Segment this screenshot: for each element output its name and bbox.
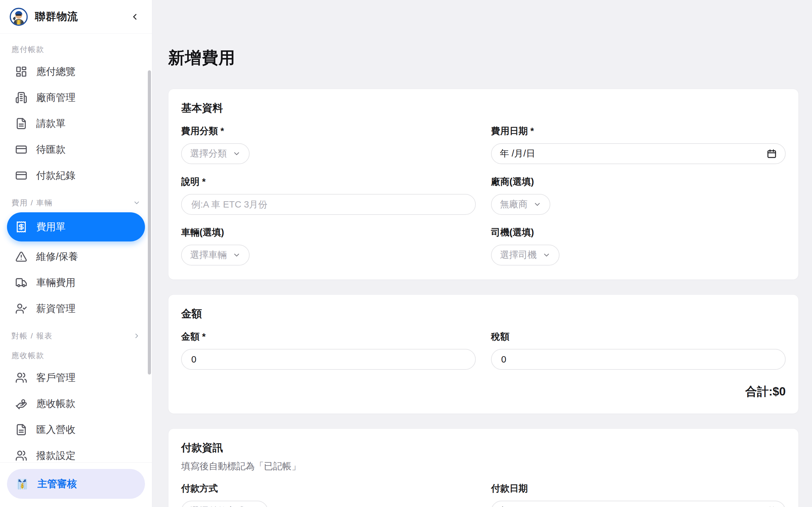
sidebar-item-expense-form[interactable]: 費用單 [7,212,145,241]
sidebar-collapse-button[interactable] [127,9,142,24]
sidebar-item-label: 廠商管理 [36,91,75,104]
expense-date-input[interactable]: 年 /月/日 [491,143,786,164]
calendar-icon[interactable] [767,149,777,159]
document-icon [15,118,27,130]
amount-card-title: 金額 [181,307,786,321]
sidebar-item-payroll[interactable]: 薪資管理 [7,296,145,321]
nav-section-payables: 應付帳款 [11,44,141,55]
sidebar-item-label: 車輛費用 [36,276,75,289]
chevron-down-icon [133,199,141,207]
section-label: 費用 / 車輛 [11,198,53,208]
sidebar-item-label: 匯入營收 [36,423,75,436]
expense-category-select[interactable]: 選擇分類 [181,143,250,164]
description-label: 說明 * [181,176,476,188]
users-icon [15,372,27,384]
sidebar-item-customer-management[interactable]: 客戶管理 [7,365,145,390]
date-placeholder: 年 /月/日 [500,505,535,507]
amount-label: 金額 * [181,331,476,343]
vehicle-label: 車輛(選填) [181,226,476,239]
field-description: 說明 * [181,176,476,215]
sidebar-footer: 主管審核 [0,462,152,507]
select-value: 選擇付款方式 [190,505,245,507]
sidebar-item-label: 付款紀錄 [36,169,75,182]
vendor-label: 廠商(選填) [491,176,786,188]
payment-date-label: 付款日期 [491,482,786,495]
chevron-down-icon [233,150,241,158]
sidebar-item-label: 客戶管理 [36,371,75,384]
chevron-right-icon [133,332,141,340]
chevron-left-icon [130,12,140,21]
sidebar-item-payables-overview[interactable]: 應付總覽 [7,59,145,84]
sidebar-item-invoice-request[interactable]: 請款單 [7,111,145,136]
tax-label: 稅額 [491,331,786,343]
vendor-select[interactable]: 無廠商 [491,194,550,215]
basic-info-title: 基本資料 [181,101,786,115]
nav-section-receivables: 應收帳款 [11,350,141,360]
shirt-tie-icon [15,477,29,491]
sidebar-item-receivables[interactable]: 應收帳款 [7,391,145,416]
sidebar-item-disbursement-settings[interactable]: 撥款設定 [7,443,145,462]
section-label: 應收帳款 [11,350,44,360]
payment-method-select[interactable]: 選擇付款方式 [181,501,268,507]
sidebar-nav: 應付帳款 應付總覽 廠商管理 請款單 待匯款 付款紀錄 費用 / 車輛 [0,34,152,462]
hand-coins-icon [15,398,27,410]
sidebar-item-label: 維修/保養 [36,250,78,263]
sidebar-item-label: 撥款設定 [36,449,75,462]
tax-input[interactable] [491,349,786,370]
sidebar-scrollbar[interactable] [148,70,151,375]
payment-info-subtitle: 填寫後自動標記為「已記帳」 [181,460,786,473]
driver-label: 司機(選填) [491,226,786,239]
select-value: 選擇車輛 [190,249,227,262]
truck-icon [15,277,27,289]
description-input[interactable] [181,194,476,215]
field-amount: 金額 * [181,331,476,370]
amount-input[interactable] [181,349,476,370]
expense-category-label: 費用分類 * [181,125,476,137]
vehicle-select[interactable]: 選擇車輛 [181,245,250,266]
amount-card: 金額 金額 * 稅額 合計:$0 [168,294,799,414]
date-placeholder: 年 /月/日 [500,147,535,160]
main-content: 新增費用 基本資料 費用分類 * 選擇分類 費用日期 * 年 /月/日 說明 * [152,0,812,507]
field-payment-method: 付款方式 選擇付款方式 [181,482,476,507]
field-expense-date: 費用日期 * 年 /月/日 [491,125,786,164]
brand-avatar [9,8,28,26]
expense-date-label: 費用日期 * [491,125,786,137]
section-label: 對帳 / 報表 [11,331,53,341]
sidebar-item-maintenance[interactable]: 維修/保養 [7,244,145,269]
nav-section-expenses-vehicles[interactable]: 費用 / 車輛 [11,198,141,208]
sidebar-item-pending-remittance[interactable]: 待匯款 [7,137,145,162]
dashboard-icon [15,66,27,78]
field-payment-date: 付款日期 年 /月/日 [491,482,786,507]
field-vehicle: 車輛(選填) 選擇車輛 [181,226,476,266]
sidebar-item-label: 應收帳款 [36,397,75,410]
nav-section-reconciliation-reports[interactable]: 對帳 / 報表 [11,331,141,341]
payment-info-card: 付款資訊 填寫後自動標記為「已記帳」 付款方式 選擇付款方式 付款日期 年 /月… [168,429,799,507]
sidebar-item-label: 薪資管理 [36,302,75,315]
sidebar-item-vehicle-expenses[interactable]: 車輛費用 [7,270,145,295]
sidebar-item-manager-review[interactable]: 主管審核 [7,469,145,499]
chevron-down-icon [533,200,542,209]
field-driver: 司機(選填) 選擇司機 [491,226,786,266]
chevron-down-icon [542,251,551,259]
user-check-icon [15,302,27,315]
chevron-down-icon [233,251,241,259]
section-label: 應付帳款 [11,44,44,55]
sidebar-item-label: 待匯款 [36,143,66,156]
sidebar-item-label: 主管審核 [38,477,77,491]
building-icon [15,92,27,104]
driver-select[interactable]: 選擇司機 [491,245,560,266]
basic-info-card: 基本資料 費用分類 * 選擇分類 費用日期 * 年 /月/日 說明 * [168,89,799,280]
sidebar-item-vendor-management[interactable]: 廠商管理 [7,85,145,110]
select-value: 選擇分類 [190,147,227,160]
select-value: 無廠商 [500,198,527,211]
users-icon [15,450,27,462]
sidebar-item-import-revenue[interactable]: 匯入營收 [7,417,145,442]
payment-date-input[interactable]: 年 /月/日 [491,501,786,507]
credit-card-icon [15,144,27,156]
sidebar-item-payment-records[interactable]: 付款紀錄 [7,163,145,188]
payment-info-title: 付款資訊 [181,441,786,455]
page-title: 新增費用 [168,47,799,69]
total-amount: 合計:$0 [181,384,786,400]
payment-method-label: 付款方式 [181,482,476,495]
field-vendor: 廠商(選填) 無廠商 [491,176,786,215]
